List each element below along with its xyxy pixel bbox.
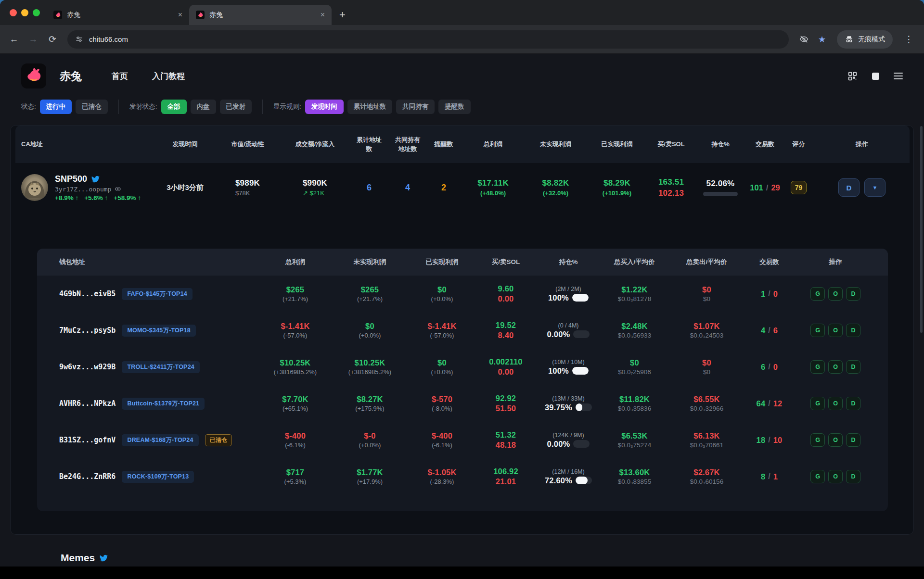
close-window-button[interactable] (10, 9, 17, 16)
nav-tutorial[interactable]: 入门教程 (152, 71, 185, 82)
wallet-address[interactable]: AVHR6...NPkzA (59, 399, 116, 408)
buy-avg-price: $0.0₃35836 (618, 405, 651, 412)
unrealized-profit-pct: (+32.0%) (543, 189, 568, 197)
filter-label: 显示规则: (273, 102, 301, 111)
site-header: 赤兔 首页 入门教程 (0, 54, 924, 98)
filter-option-active[interactable]: 发现时间 (305, 100, 344, 114)
token-table-header: CA地址发现时间市值/流动性成交额/净流入累计地址数共同持有地址数提醒数总利润未… (15, 126, 910, 163)
scrollbar-thumb[interactable] (920, 126, 923, 333)
action-g-button[interactable]: G (810, 470, 825, 483)
twitter-icon[interactable] (100, 554, 108, 562)
stop-square-icon[interactable] (872, 73, 879, 80)
scan-qr-icon[interactable] (847, 71, 858, 81)
supply-held: (10M / 10M) (552, 359, 584, 365)
forward-button[interactable]: → (25, 31, 41, 48)
token-avatar[interactable] (21, 174, 48, 201)
action-g-button[interactable]: G (810, 433, 825, 447)
token-ref-badge[interactable]: TROLL-$2411万-TOP24 (122, 361, 200, 373)
filter-option[interactable]: 已清仓 (76, 100, 108, 114)
tab-close-icon[interactable]: × (178, 11, 182, 19)
wallet-address[interactable]: B31SZ...gofnV (59, 436, 116, 444)
realized-profit-pct: (+101.9%) (603, 189, 631, 197)
column-header: 评分 (783, 139, 814, 149)
sell-sol-value: 21.01 (496, 477, 516, 486)
filter-option-active[interactable]: 进行中 (40, 100, 72, 114)
token-row: SNP500 3yr17Z...oopump +8.9% ↑ +5.6% ↑ +… (15, 163, 910, 212)
url-bar[interactable]: chitu66.com (67, 30, 789, 49)
action-o-button[interactable]: O (828, 433, 843, 447)
realized-profit-value: $8.29K (603, 178, 630, 188)
action-g-button[interactable]: G (810, 360, 825, 374)
realized-profit-pct: (+0.0%) (431, 295, 453, 302)
buy-sol-value: 92.92 (496, 394, 516, 403)
action-d-button[interactable]: D (846, 324, 860, 337)
hamburger-menu-icon[interactable] (894, 73, 903, 79)
token-change: +58.9% ↑ (114, 194, 141, 201)
back-button[interactable]: ← (6, 31, 22, 48)
filter-option-active[interactable]: 全部 (161, 100, 187, 114)
realized-profit-value: $-400 (432, 431, 452, 441)
site-logo-rabbit-icon[interactable] (21, 63, 46, 88)
buy-sol-value: 19.52 (496, 321, 516, 330)
column-header: 已实现利润 (586, 139, 648, 149)
bottom-strip (0, 566, 924, 579)
bookmark-star-icon[interactable]: ★ (814, 31, 830, 48)
token-ref-badge[interactable]: Buttcoin-$1379万-TOP21 (122, 398, 205, 410)
realized-profit-pct: (-8.0%) (432, 405, 452, 412)
sell-total-value: $0 (702, 285, 711, 294)
wallet-address[interactable]: 9w6vz...w929B (59, 363, 116, 371)
action-g-button[interactable]: G (810, 324, 825, 337)
zoom-window-button[interactable] (33, 9, 40, 16)
wallet-address[interactable]: Be24G...ZnRR6 (59, 472, 116, 481)
action-g-button[interactable]: G (810, 287, 825, 301)
sell-total-value: $2.67K (693, 468, 719, 477)
token-name[interactable]: SNP500 (55, 174, 87, 184)
action-o-button[interactable]: O (828, 287, 843, 301)
token-ref-badge[interactable]: FAFO-$145万-TOP14 (122, 288, 192, 300)
action-o-button[interactable]: O (828, 470, 843, 483)
action-d-button[interactable]: D (846, 433, 860, 447)
token-ref-badge[interactable]: ROCK-$109万-TOP13 (122, 471, 194, 483)
column-header: 未实现利润 (330, 258, 410, 266)
filter-option[interactable]: 累计地址数 (347, 100, 393, 114)
filter-option[interactable]: 内盘 (191, 100, 216, 114)
realized-profit-pct: (+0.0%) (431, 368, 453, 376)
wallet-address[interactable]: 4G9bN...eivB5 (59, 290, 116, 298)
action-d-button[interactable]: D (846, 397, 860, 410)
token-ref-badge[interactable]: DREAM-$168万-TOP24 (122, 434, 198, 446)
action-d-button[interactable]: D (846, 470, 860, 483)
tx-sell-count: 0 (773, 290, 778, 299)
tab-close-icon[interactable]: × (321, 11, 325, 19)
link-icon[interactable] (115, 186, 121, 192)
new-tab-button[interactable]: + (332, 5, 353, 25)
twitter-icon[interactable] (91, 175, 100, 183)
eye-off-icon[interactable] (796, 31, 812, 48)
filter-option[interactable]: 已发射 (220, 100, 252, 114)
buy-total-value: $6.53K (621, 431, 647, 441)
column-header: 已实现利润 (410, 258, 475, 266)
realized-profit-pct: (-6.1%) (432, 441, 452, 449)
token-ref-badge[interactable]: MOMO-$345万-TOP18 (122, 325, 195, 337)
action-d-button[interactable]: D (846, 360, 860, 374)
token-address[interactable]: 3yr17Z...oopump (55, 186, 111, 193)
minimize-window-button[interactable] (21, 9, 28, 16)
filter-option[interactable]: 提醒数 (438, 100, 471, 114)
action-g-button[interactable]: G (810, 397, 825, 410)
unrealized-profit-value: $0 (365, 322, 374, 331)
action-o-button[interactable]: O (828, 324, 843, 337)
action-d-button[interactable]: D (846, 287, 860, 301)
expand-button[interactable]: ▼ (864, 178, 886, 197)
menu-dots-icon[interactable]: ⋮ (899, 34, 918, 45)
nav-home[interactable]: 首页 (112, 71, 128, 82)
next-token-name[interactable]: Memes (61, 552, 95, 564)
position-pct: 100% (548, 366, 569, 376)
filter-option[interactable]: 共同持有 (396, 100, 435, 114)
reload-button[interactable]: ⟳ (44, 31, 61, 48)
wallet-address[interactable]: 7MuCz...psySb (59, 326, 116, 335)
browser-tab-active[interactable]: 赤兔 × (189, 5, 332, 25)
action-o-button[interactable]: O (828, 397, 843, 410)
action-d-button[interactable]: D (838, 178, 860, 197)
action-o-button[interactable]: O (828, 360, 843, 374)
browser-tab-inactive[interactable]: 赤兔 × (47, 5, 189, 25)
rabbit-favicon-icon (53, 11, 62, 19)
